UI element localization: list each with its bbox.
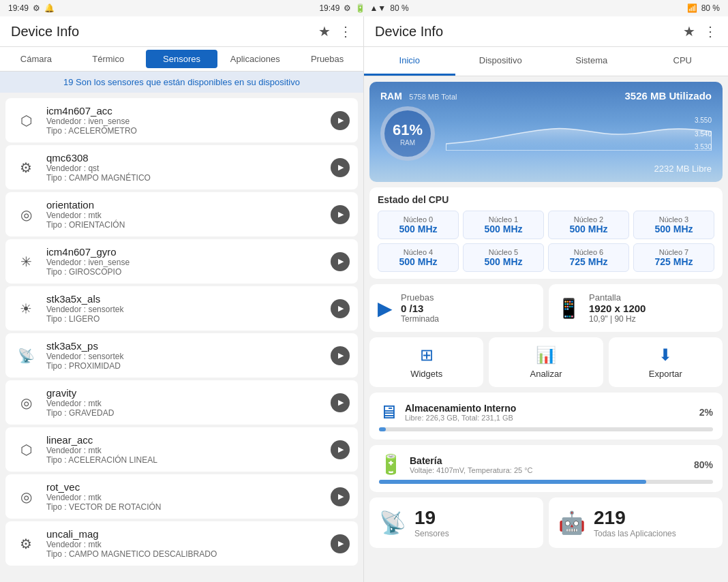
action-btn-exportar[interactable]: ⬇ Exportar: [609, 337, 723, 387]
ram-free: 2232 MB Libre: [380, 164, 712, 174]
sensor-type-7: Tipo : ACELERACIÓN LINEAL: [46, 455, 157, 465]
sensor-play-btn-7[interactable]: [331, 440, 350, 459]
right-panel-title: Device Info: [375, 24, 443, 40]
tab-termico[interactable]: Térmico: [72, 47, 145, 71]
core-name-2: Núcleo 2: [551, 215, 626, 224]
tab-inicio[interactable]: Inicio: [364, 47, 455, 76]
pruebas-count: 0 /13: [401, 303, 439, 314]
sensor-play-btn-2[interactable]: [331, 205, 350, 224]
sensor-name-5: stk3a5x_ps: [46, 340, 123, 352]
sensor-icon-2: ◎: [14, 202, 38, 227]
action-label-0: Widgets: [410, 369, 442, 379]
sensor-item: ✳ icm4n607_gyro Vendedor : iven_sense Ti…: [5, 239, 358, 284]
sensor-vendor-0: Vendedor : iven_sense: [46, 117, 137, 126]
storage-progress-bg: [379, 427, 713, 431]
count-icon-0: 📡: [379, 510, 406, 536]
pantalla-resolution: 1920 x 1200: [589, 303, 646, 314]
ram-title: RAM: [380, 91, 402, 102]
storage-percent: 2%: [699, 407, 713, 418]
sensor-vendor-3: Vendedor : iven_sense: [46, 258, 130, 267]
cpu-section-title: Estado del CPU: [378, 194, 714, 205]
status-bar: 19:49 ⚙ 🔔 19:49 ⚙ 🔋 ▲▼ 80 % 📶 80 %: [0, 0, 728, 16]
sensor-name-1: qmc6308: [46, 152, 151, 164]
count-icon-1: 🤖: [558, 510, 586, 536]
count-label-1: Todas las Aplicaciones: [594, 529, 676, 538]
action-icon-2: ⬇: [658, 346, 672, 365]
action-icon-0: ⊞: [420, 346, 434, 365]
sensor-name-0: icm4n607_acc: [46, 105, 137, 117]
action-btn-widgets[interactable]: ⊞ Widgets: [369, 337, 483, 387]
sensor-play-btn-1[interactable]: [331, 158, 350, 177]
sensor-play-btn-9[interactable]: [331, 534, 350, 553]
tab-sistema[interactable]: Sistema: [546, 47, 637, 76]
sensor-item: ⚙ uncali_mag Vendedor : mtk Tipo : CAMPO…: [5, 521, 358, 566]
sensor-type-6: Tipo : GRAVEDAD: [46, 408, 114, 418]
battery-pct-right: 80 %: [701, 3, 720, 13]
core-name-1: Núcleo 1: [466, 215, 541, 224]
battery-card: 🔋 Batería Voltaje: 4107mV, Temperatura: …: [369, 445, 723, 492]
battery-progress-bg: [379, 480, 713, 484]
more-options-icon-right[interactable]: ⋮: [703, 23, 717, 40]
sensor-vendor-4: Vendedor : sensortek: [46, 305, 123, 314]
right-content: RAM 5758 MB Total 3526 MB Utilizado 61% …: [364, 76, 728, 582]
left-tabs-bar: Cámara Térmico Sensores Aplicaciones Pru…: [0, 47, 363, 72]
tab-pruebas[interactable]: Pruebas: [291, 47, 363, 71]
tab-dispositivo[interactable]: Dispositivo: [455, 47, 547, 76]
tab-camara[interactable]: Cámara: [0, 47, 72, 71]
sensor-play-btn-0[interactable]: [331, 111, 350, 130]
tab-sensores[interactable]: Sensores: [146, 50, 218, 68]
sensor-item: ☀ stk3a5x_als Vendedor : sensortek Tipo …: [5, 286, 358, 331]
action-btn-analizar[interactable]: 📊 Analizar: [489, 337, 603, 387]
core-name-3: Núcleo 3: [637, 215, 711, 224]
status-time-center: 19:49: [319, 3, 339, 13]
sensor-type-3: Tipo : GIROSCOPIO: [46, 267, 130, 277]
sensor-item: ⬡ icm4n607_acc Vendedor : iven_sense Tip…: [5, 98, 358, 142]
sensor-play-btn-6[interactable]: [331, 393, 350, 412]
cpu-core-7: Núcleo 7 725 MHz: [633, 243, 714, 272]
pantalla-details: 10,9" | 90 Hz: [589, 314, 646, 324]
sensor-play-btn-3[interactable]: [331, 252, 350, 271]
sensor-icon-5: 📡: [14, 343, 38, 368]
sensor-play-btn-5[interactable]: [331, 346, 350, 365]
count-card-1: 🤖 219 Todas las Aplicaciones: [549, 497, 723, 548]
storage-sub: Libre: 226,3 GB, Total: 231,1 GB: [405, 414, 693, 422]
sensor-icon-8: ◎: [14, 485, 38, 509]
sensor-name-3: icm4n607_gyro: [46, 246, 130, 258]
tab-cpu[interactable]: CPU: [637, 47, 729, 76]
pruebas-card: ▶ Pruebas 0 /13 Terminada: [369, 284, 543, 332]
sensor-icon-0: ⬡: [14, 108, 38, 133]
left-panel: Device Info ★ ⋮ Cámara Térmico Sensores …: [0, 16, 364, 582]
sensor-play-btn-8[interactable]: [331, 487, 350, 506]
ram-scale-2: 3.540: [695, 130, 712, 138]
sensor-name-2: orientation: [46, 199, 125, 211]
core-name-0: Núcleo 0: [381, 215, 455, 224]
storage-card: 🖥 Almacenamiento Interno Libre: 226,3 GB…: [369, 393, 723, 440]
more-options-icon-left[interactable]: ⋮: [339, 23, 352, 40]
action-row: ⊞ Widgets 📊 Analizar ⬇ Exportar: [369, 337, 723, 387]
sensor-play-btn-4[interactable]: [331, 299, 350, 318]
action-label-2: Exportar: [649, 369, 682, 379]
sensor-type-9: Tipo : CAMPO MAGNETICO DESCALIBRADO: [46, 549, 217, 559]
pantalla-card: 📱 Pantalla 1920 x 1200 10,9" | 90 Hz: [549, 284, 723, 332]
action-label-1: Analizar: [530, 369, 562, 379]
battery-icon: 🔋: [379, 453, 403, 476]
right-tabs-bar: Inicio Dispositivo Sistema CPU: [364, 47, 728, 76]
tab-aplicaciones[interactable]: Aplicaciones: [219, 47, 291, 71]
sensor-item: 📡 stk3a5x_ps Vendedor : sensortek Tipo :…: [5, 333, 358, 378]
cpu-core-6: Núcleo 6 725 MHz: [548, 243, 629, 272]
core-freq-6: 725 MHz: [551, 256, 626, 267]
wifi-icon-center: ▲▼: [369, 3, 386, 13]
sensor-item: ⚙ qmc6308 Vendedor : qst Tipo : CAMPO MA…: [5, 145, 358, 189]
battery-percent: 80%: [694, 459, 713, 470]
cpu-grid: Núcleo 0 500 MHz Núcleo 1 500 MHz Núcleo…: [378, 211, 714, 272]
sensor-icon-7: ⬡: [14, 438, 38, 462]
star-icon-left[interactable]: ★: [318, 23, 331, 40]
cpu-core-2: Núcleo 2 500 MHz: [548, 211, 629, 239]
sensor-vendor-6: Vendedor : mtk: [46, 399, 114, 408]
count-label-0: Sensores: [414, 529, 449, 538]
star-icon-right[interactable]: ★: [683, 23, 695, 40]
core-freq-5: 500 MHz: [466, 256, 541, 267]
action-icon-1: 📊: [536, 346, 556, 365]
right-panel-header: Device Info ★ ⋮: [364, 16, 728, 47]
core-freq-2: 500 MHz: [551, 224, 626, 234]
